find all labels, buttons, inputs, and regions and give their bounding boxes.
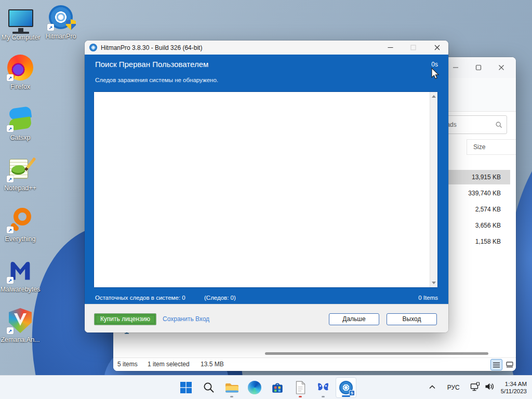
results-items-count: 0 Items	[418, 295, 438, 301]
scroll-up-icon[interactable]	[432, 95, 436, 98]
desktop-icon-label: Notepad++	[4, 184, 36, 192]
tray-network[interactable]	[470, 382, 480, 393]
speaker-icon	[484, 382, 495, 391]
store-icon	[271, 381, 284, 394]
network-status-icon	[470, 382, 480, 391]
mouse-cursor	[430, 67, 441, 81]
catsxp-icon: ↗	[6, 104, 34, 132]
sophos-badge: S	[349, 390, 355, 396]
exit-button[interactable]: Выход	[387, 313, 437, 325]
window-title: HitmanPro 3.8.30 - Build 326 (64-bit)	[101, 44, 202, 51]
running-indicator	[322, 396, 325, 397]
hitmanpro-maximize-button[interactable]	[405, 41, 421, 55]
save-log-link[interactable]: Сохранить Вход	[163, 315, 209, 323]
desktop-icon-firefox[interactable]: ↗ Firefox	[0, 54, 41, 90]
traces-detail: (Следов: 0)	[204, 295, 236, 301]
shortcut-arrow-icon: ↗	[47, 24, 54, 31]
explorer-statusbar: 5 items 1 item selected 13.5 MB	[113, 357, 516, 371]
running-indicator	[299, 396, 302, 397]
hitmanpro-scan-panel: Поиск Прерван Пользователем 0s Следов за…	[85, 55, 448, 304]
tray-clock[interactable]: 1:34 AM 5/11/2023	[501, 380, 527, 395]
scan-status-title: Поиск Прерван Пользователем	[95, 60, 208, 69]
search-icon	[495, 121, 502, 128]
shortcut-arrow-icon: ↗	[7, 125, 14, 132]
hitmanpro-close-button[interactable]	[429, 41, 445, 55]
explorer-close-button[interactable]	[490, 57, 513, 78]
horizontal-scrollbar-thumb[interactable]	[265, 352, 488, 355]
my-computer-icon	[7, 4, 35, 32]
start-button[interactable]	[176, 377, 196, 398]
taskbar-hitmanpro-active[interactable]: S	[336, 377, 356, 398]
tray-chevron-up[interactable]	[429, 383, 436, 392]
thumbnail-view-button[interactable]	[503, 359, 515, 370]
butterfly-app-icon	[316, 381, 330, 394]
list-view-icon	[493, 362, 500, 368]
shortcut-arrow-icon: ↗	[7, 74, 14, 81]
explorer-maximize-button[interactable]	[467, 57, 490, 78]
selection-size: 13.5 MB	[201, 361, 224, 368]
desktop-icon-catsxp[interactable]: ↗ Catsxp	[0, 104, 41, 141]
everything-icon: ↗	[6, 206, 34, 234]
taskbar-store[interactable]	[267, 377, 288, 398]
desktop-icon-label: Malwarebytes	[0, 286, 40, 293]
malwarebytes-icon: ↗	[6, 256, 34, 284]
scan-status-subtitle: Следов заражения системы не обнаружено.	[95, 77, 218, 83]
desktop-icon-label: Zemana.An...	[1, 336, 39, 343]
shortcut-arrow-icon: ↗	[7, 277, 14, 284]
hitmanpro-window: HitmanPro 3.8.30 - Build 326 (64-bit) По…	[85, 41, 448, 332]
thumbnail-view-icon	[506, 362, 513, 368]
taskbar-edge[interactable]	[244, 377, 265, 398]
traces-remaining: Остаточных следов в системе: 0	[95, 295, 185, 301]
edge-icon	[248, 381, 261, 394]
column-header-size[interactable]: Size	[467, 139, 516, 155]
folder-icon	[224, 381, 239, 394]
desktop-icon-everything[interactable]: ↗ Everything	[0, 206, 41, 243]
zemana-icon: ↗	[6, 307, 34, 335]
scan-summary-row: Остаточных следов в системе: 0 (Следов: …	[85, 292, 448, 304]
desktop-icon-malwarebytes[interactable]: ↗ Malwarebytes	[0, 256, 41, 293]
clock-time: 1:34 AM	[501, 380, 527, 388]
desktop-icon-zemana[interactable]: ↗ Zemana.An...	[0, 307, 41, 343]
hitmanpro-footer: Купить лицензию Сохранить Вход Дальше Вы…	[85, 304, 448, 332]
running-indicator	[230, 396, 233, 397]
taskbar: S РУС 1:34 AM 5/	[0, 375, 532, 399]
hitmanpro-titlebar[interactable]: HitmanPro 3.8.30 - Build 326 (64-bit)	[85, 41, 448, 55]
notepadpp-icon: ↗	[6, 155, 34, 183]
taskbar-file-explorer[interactable]	[221, 377, 242, 398]
next-button[interactable]: Дальше	[329, 313, 379, 325]
details-view-button[interactable]	[490, 359, 502, 370]
chevron-up-icon	[429, 384, 436, 390]
taskbar-notepad[interactable]	[290, 377, 311, 398]
results-scrollbar[interactable]	[430, 92, 437, 287]
search-icon	[203, 381, 215, 394]
tray-volume[interactable]	[484, 382, 495, 393]
windows-logo-icon	[180, 381, 192, 394]
desktop-icon-my-computer[interactable]: My Computer	[1, 4, 41, 41]
buy-license-button[interactable]: Купить лицензию	[94, 313, 156, 325]
hitmanpro-minimize-button[interactable]	[382, 41, 398, 55]
shield-icon	[66, 19, 76, 30]
desktop-icon-label: HitmanPro	[45, 33, 76, 40]
desktop-icon-label: Firefox	[10, 83, 30, 90]
desktop-icon-label: My Computer	[1, 34, 40, 41]
shortcut-arrow-icon: ↗	[7, 227, 14, 233]
running-indicator	[342, 395, 350, 397]
desktop-icon-hitmanpro[interactable]: ↗ HitmanPro	[41, 3, 81, 40]
clock-date: 5/11/2023	[501, 388, 527, 395]
scroll-down-icon[interactable]	[432, 282, 436, 284]
document-icon	[295, 381, 306, 394]
desktop-icon-label: Catsxp	[10, 134, 31, 141]
shortcut-arrow-icon: ↗	[7, 176, 14, 182]
hitmanpro-titlebar-icon	[89, 44, 97, 51]
scan-results-list[interactable]	[94, 91, 438, 288]
shortcut-arrow-icon: ↗	[7, 327, 14, 334]
desktop-icon-label: Everything	[5, 235, 35, 243]
firefox-icon: ↗	[6, 54, 34, 82]
taskbar-search-button[interactable]	[198, 377, 219, 398]
selection-count: 1 item selected	[148, 361, 190, 368]
taskbar-pinned-app[interactable]	[313, 377, 334, 398]
desktop-icon-notepadpp[interactable]: ↗ Notepad++	[0, 155, 41, 192]
language-indicator[interactable]: РУС	[447, 384, 460, 391]
items-count: 5 items	[117, 361, 138, 368]
hitmanpro-icon: ↗	[47, 3, 75, 31]
